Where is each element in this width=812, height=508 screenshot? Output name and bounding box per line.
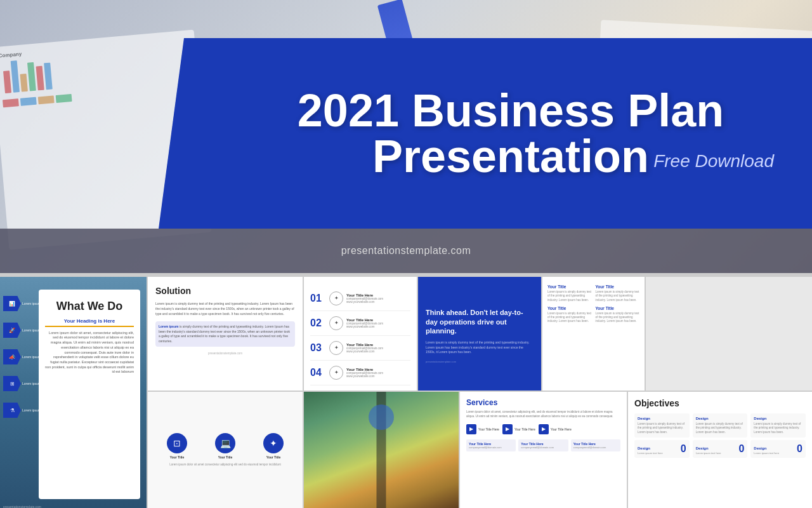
btm-objectives: Objectives Design Lorem ipsum is simply …: [628, 392, 812, 508]
hero-banner: 2021 Business Plan Presentation Free Dow…: [159, 38, 812, 229]
obj-card-body-3-2: Lorem ipsum text here: [754, 451, 779, 455]
title-cell-3: Your Title Lorem ipsum is simply dummy t…: [547, 306, 592, 324]
service-item-1: ▶ Your Title Here: [466, 424, 499, 434]
list-text-1: Your Title Here companyemail@domain.comw…: [346, 293, 410, 304]
title-cell-4: Your Title Lorem ipsum is simply dummy t…: [596, 306, 640, 324]
hero-title-line1: 2021 Business Plan: [298, 85, 724, 136]
service-label-1: Your Title Here: [478, 427, 499, 431]
obj-card-title-2-2: Design: [696, 446, 721, 450]
what-we-do-heading: Your Heading is Here: [45, 318, 134, 327]
obj-card-title-2-1: Design: [696, 417, 745, 420]
btm-icons-photo-col: ⊡ Your Title 💻 Your Title ✦ Your Title L…: [148, 392, 304, 508]
what-we-do-title: What We Do: [45, 297, 134, 313]
services-title: Services: [466, 398, 620, 407]
obj-card-1-1: Design Lorem ipsum is simply dummy text …: [634, 413, 690, 438]
services-items-row: ▶ Your Title Here ▶ Your Title Here ▶ Yo…: [466, 424, 620, 434]
list-text-4: Your Title Here companyemail@domain.comw…: [346, 368, 410, 378]
service-sub-2: Your Title Here companyemail@domain.com: [518, 439, 568, 451]
obj-card-body-1-2: Lorem ipsum text here: [638, 451, 663, 455]
list-item-1: 01 ✦ Your Title Here companyemail@domain…: [310, 286, 410, 311]
list-text-3: Your Title Here companyemail@domain.comw…: [346, 343, 410, 353]
obj-card-3-1: Design Lorem ipsum is simply dummy text …: [750, 413, 806, 438]
list-icon-3: ✦: [329, 341, 343, 355]
obj-card-body-3-1: Lorem ipsum is simply dummy text of the …: [754, 422, 802, 434]
hero-subtitle-bar: presentationstemplate.com: [0, 229, 812, 273]
btm-icons-row: ⊡ Your Title 💻 Your Title ✦ Your Title: [153, 433, 298, 459]
thumb-what-we-do: 📊 Lorem ipsum dolor 🚀 Lorem ipsum dolor …: [0, 277, 148, 508]
title-cell-1: Your Title Lorem ipsum is simply dummy t…: [547, 284, 592, 302]
service-label-3: Your Title Here: [551, 427, 572, 431]
obj-card-body-2-2: Lorem ipsum text here: [696, 451, 721, 455]
obj-col-3: Design Lorem ipsum is simply dummy text …: [750, 413, 806, 458]
hero-title-line2: Presentation: [372, 131, 649, 182]
service-sub-3: Your Title Here companyemail@domain.com: [571, 439, 620, 451]
obj-card-content-2-2: Design Lorem ipsum text here: [696, 446, 721, 455]
service-label-2: Your Title Here: [514, 427, 535, 431]
thumb-think-ahead: Think ahead. Don't let day-to-day operat…: [418, 277, 542, 394]
list-sub-2: companyemail@domain.comwww.yourwebsite.c…: [346, 322, 410, 328]
obj-card-title-3-1: Design: [754, 417, 802, 420]
list-num-1: 01: [310, 293, 326, 304]
hero-section: Company 2021 Business Plan Presentation: [0, 0, 812, 273]
obj-card-content-1-2: Design Lorem ipsum text here: [638, 446, 663, 455]
obj-num-1: 0: [681, 443, 686, 455]
service-icon-3: ▶: [539, 424, 549, 434]
btm-icons-body: Lorem ipsum dolor sit amet consectetur a…: [153, 463, 298, 467]
list-item-3: 03 ✦ Your Title Here companyemail@domain…: [310, 336, 410, 361]
think-body: Lorem ipsum is simply dummy text of the …: [426, 340, 534, 355]
obj-card-content-3-2: Design Lorem ipsum text here: [754, 446, 779, 455]
service-icon-2: ▶: [502, 424, 513, 434]
what-we-do-body: Lorem ipsum dolor sit amet, consectetur …: [45, 331, 134, 375]
sidebar-icon-flask: ⚗: [3, 403, 21, 418]
sidebar-icon-grid: ⊞: [3, 376, 21, 391]
what-we-do-card: What We Do Your Heading is Here Lorem ip…: [39, 290, 140, 499]
list-num-4: 04: [310, 367, 326, 378]
think-title: Think ahead. Don't let day-to-day operat…: [426, 308, 534, 335]
thumb-solution: Solution Lorem ipsum is simply dummy tex…: [148, 277, 304, 394]
obj-card-title-1-2: Design: [638, 446, 663, 450]
btm-icon-3: ✦: [263, 433, 284, 453]
aerial-bg: [304, 392, 459, 508]
obj-card-body-1-1: Lorem ipsum is simply dummy text of the …: [638, 422, 686, 434]
objectives-grid: Design Lorem ipsum is simply dummy text …: [634, 413, 806, 458]
btm-icon-label-3: Your Title: [266, 455, 281, 459]
thumb1-watermark: presentationstemplate.com: [3, 505, 41, 508]
list-icon-2: ✦: [329, 316, 343, 330]
solution-highlight: Lorem ipsum is simply dummy text of the …: [155, 321, 295, 347]
title-grid: Your Title Lorem ipsum is simply dummy t…: [547, 284, 639, 324]
list-sub-4: companyemail@domain.comwww.yourwebsite.c…: [346, 371, 410, 378]
solution-body: Lorem ipsum is simply dummy text of the …: [155, 301, 295, 316]
obj-card-2-2: Design Lorem ipsum text here 0: [693, 440, 748, 458]
solution-watermark: presentationstemplate.com: [155, 352, 295, 355]
btm-icons-section: ⊡ Your Title 💻 Your Title ✦ Your Title L…: [148, 392, 303, 508]
hero-free-download: Free Download: [653, 151, 774, 171]
obj-card-body-2-1: Lorem ipsum is simply dummy text of the …: [696, 422, 745, 434]
sidebar-icon-rocket: 🚀: [3, 323, 21, 338]
services-body: Lorem ipsum dolor sit amet, consectetur …: [466, 410, 620, 419]
obj-num-2: 0: [738, 443, 744, 455]
btm-icon-item-3: ✦ Your Title: [263, 433, 284, 459]
list-num-3: 03: [310, 342, 326, 354]
road-circle: [369, 404, 394, 430]
title-cell-2: Your Title Lorem ipsum is simply dummy t…: [596, 284, 640, 302]
list-sub-3: companyemail@domain.comwww.yourwebsite.c…: [346, 347, 410, 353]
services-sub-items: Your Title Here companyemail@domain.com …: [466, 439, 620, 451]
thumb-title-grid: Your Title Lorem ipsum is simply dummy t…: [542, 277, 646, 394]
solution-highlight-body: is simply dummy text of the printing and…: [159, 324, 290, 343]
obj-card-title-1-1: Design: [638, 417, 686, 420]
list-sub-1: companyemail@domain.comwww.yourwebsite.c…: [346, 297, 410, 304]
service-sub-body-3: companyemail@domain.com: [573, 446, 618, 449]
service-icon-1: ▶: [466, 424, 476, 434]
solution-highlight-bold: Lorem ipsum: [159, 324, 178, 328]
obj-card-title-3-2: Design: [754, 446, 779, 450]
btm-aerial-photo: [304, 392, 460, 508]
list-num-2: 02: [310, 318, 326, 329]
solution-title: Solution: [155, 286, 295, 296]
list-text-2: Your Title Here companyemail@domain.comw…: [346, 318, 410, 328]
obj-card-1-2: Design Lorem ipsum text here 0: [634, 440, 690, 458]
btm-services: Services Lorem ipsum dolor sit amet, con…: [460, 392, 628, 508]
thumb-list: 01 ✦ Your Title Here companyemail@domain…: [304, 277, 418, 394]
btm-icon-label-2: Your Title: [218, 455, 233, 459]
obj-col-2: Design Lorem ipsum is simply dummy text …: [693, 413, 748, 458]
objectives-title: Objectives: [634, 398, 806, 408]
